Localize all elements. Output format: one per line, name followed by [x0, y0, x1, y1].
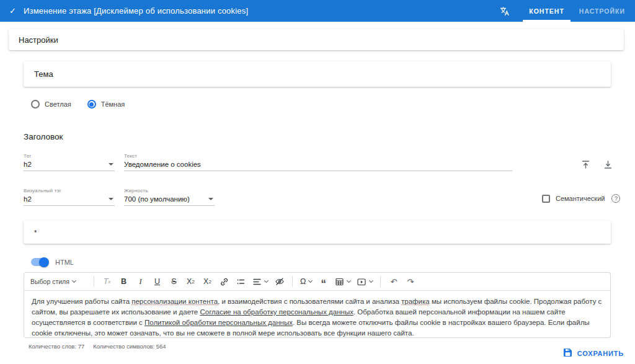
char-count: Количество символов: 564 [93, 343, 166, 350]
rich-text-editor: Выбор стиля Tx B I U S X2 X2 [24, 272, 611, 338]
radio-dark[interactable]: Тёмная [87, 100, 125, 109]
save-icon [564, 348, 572, 359]
align-icon[interactable] [252, 275, 268, 288]
visual-tag-select[interactable]: Визуальный тэг h2 [24, 188, 115, 206]
editor-link[interactable]: Согласие на обработку персональных данны… [200, 308, 353, 316]
chevron-down-icon [369, 278, 373, 283]
word-count: Количество слов: 77 [29, 343, 84, 350]
visual-tag-value: h2 [24, 195, 32, 203]
subscript-icon[interactable]: X2 [185, 275, 196, 288]
undo-icon[interactable]: ↶ [388, 275, 399, 288]
italic-icon[interactable]: I [135, 275, 146, 288]
style-select-label: Выбор стиля [30, 278, 69, 285]
special-char-icon[interactable]: Ω [300, 275, 312, 288]
check-icon: ✓ [9, 6, 19, 16]
tab-content[interactable]: КОНТЕНТ [522, 0, 572, 22]
settings-card[interactable]: Настройки [9, 29, 624, 50]
text-input[interactable]: Текст Уведомление о cookies [124, 153, 512, 171]
html-toggle-label: HTML [55, 259, 74, 266]
text-input-label: Текст [124, 153, 512, 159]
editor-text: трафика [401, 298, 430, 305]
radio-dark-icon[interactable] [87, 100, 96, 109]
page-title: Изменение этажа [Дисклеймер об использов… [24, 6, 248, 16]
chevron-down-icon [264, 278, 269, 283]
editor-content[interactable]: Для улучшения работы сайта персонализаци… [24, 291, 610, 339]
asterisk-field-value: * [34, 229, 37, 236]
save-button[interactable]: СОХРАНИТЬ [561, 346, 626, 361]
editor-text: персонализации контента [131, 298, 218, 305]
translate-icon[interactable] [499, 6, 510, 17]
visual-tag-label: Визуальный тэг [24, 188, 115, 193]
weight-select-value: 700 (по умолчанию) [124, 195, 190, 203]
semantic-checkbox[interactable] [542, 195, 550, 203]
editor-link[interactable]: Политикой обработки персональных данных [144, 319, 293, 326]
asterisk-field[interactable]: * [24, 221, 611, 244]
app-header: ✓ Изменение этажа [Дисклеймер об использ… [0, 0, 635, 22]
editor-text: , и взаимодействия с пользователями сайт… [218, 298, 401, 305]
page: ✓ Изменение этажа [Дисклеймер об использ… [0, 0, 635, 364]
blockquote-icon[interactable]: “ [318, 275, 329, 288]
tag-select-value: h2 [24, 161, 32, 168]
link-icon[interactable] [219, 275, 229, 288]
chevron-down-icon [308, 278, 313, 283]
tag-select-label: Тег [24, 153, 115, 159]
dropdown-arrow-icon [109, 198, 113, 200]
radio-light-icon[interactable] [31, 100, 40, 109]
theme-card[interactable]: Тема [24, 61, 611, 87]
radio-light-label: Светлая [45, 100, 71, 108]
editor-text: Для улучшения работы сайта [32, 298, 131, 305]
toggle-knob-icon [39, 257, 49, 267]
dropdown-arrow-icon [109, 163, 113, 166]
semantic-checkbox-label: Семантический [556, 195, 605, 202]
radio-light[interactable]: Светлая [31, 100, 71, 109]
table-icon[interactable] [335, 275, 350, 288]
save-button-label: СОХРАНИТЬ [577, 350, 624, 357]
tag-select[interactable]: Тег h2 [24, 153, 115, 171]
semantic-row: Семантический ? [542, 194, 620, 203]
weight-select-label: Жирность [124, 188, 215, 193]
theme-card-title: Тема [34, 69, 53, 79]
underline-icon[interactable]: U [152, 275, 162, 288]
radio-dark-label: Тёмная [101, 100, 125, 108]
tab-settings[interactable]: НАСТРОЙКИ [572, 0, 633, 22]
chevron-down-icon [72, 278, 76, 283]
text-input-value: Уведомление о cookies [124, 161, 201, 168]
settings-card-title: Настройки [19, 35, 58, 45]
eye-off-icon[interactable] [274, 275, 285, 288]
clear-format-icon[interactable]: Tx [102, 275, 112, 288]
superscript-icon[interactable]: X2 [202, 275, 213, 288]
toolbar-divider [380, 276, 381, 287]
chevron-down-icon [347, 278, 351, 283]
media-icon[interactable] [357, 275, 373, 288]
strikethrough-icon[interactable]: S [169, 275, 179, 288]
vertical-align-bottom-icon[interactable] [603, 159, 613, 170]
style-select[interactable]: Выбор стиля [30, 278, 89, 285]
html-toggle-row: HTML [31, 258, 74, 266]
html-toggle[interactable] [31, 258, 48, 266]
toolbar-divider [292, 276, 293, 287]
weight-select[interactable]: Жирность 700 (по умолчанию) [124, 188, 215, 206]
theme-radio-group: Светлая Тёмная [31, 100, 125, 109]
editor-toolbar: Выбор стиля Tx B I U S X2 X2 [24, 273, 610, 291]
toolbar-divider [94, 276, 94, 287]
heading-section-title: Заголовок [24, 132, 63, 141]
dropdown-arrow-icon [208, 198, 213, 200]
bullet-list-icon[interactable] [236, 275, 246, 288]
bold-icon[interactable]: B [118, 275, 129, 288]
redo-icon[interactable]: ↷ [405, 275, 415, 288]
help-icon[interactable]: ? [611, 194, 620, 203]
editor-counters: Количество слов: 77 Количество символов:… [29, 343, 166, 350]
vertical-align-top-icon[interactable] [580, 159, 591, 170]
